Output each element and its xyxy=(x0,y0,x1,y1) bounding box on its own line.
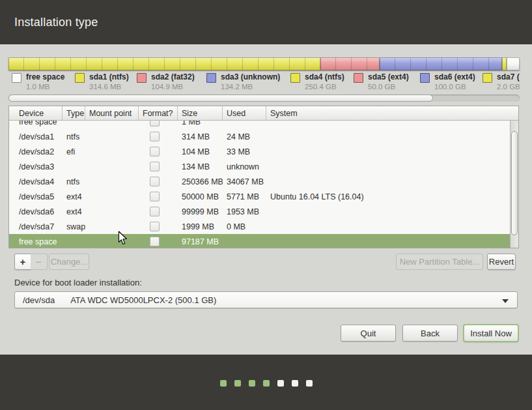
cell-format xyxy=(139,222,178,231)
legend-label: sda4 (ntfs) xyxy=(305,72,344,82)
column-header-mountpoint[interactable]: Mount point xyxy=(85,106,139,120)
cell-size: 50000 MB xyxy=(178,192,223,201)
cell-size: 99999 MB xyxy=(178,207,223,216)
cell-size: 97187 MB xyxy=(178,237,223,246)
cell-used: 5771 MB xyxy=(223,192,266,201)
cell-size: 314 MB xyxy=(178,132,223,141)
format-checkbox[interactable] xyxy=(150,132,160,141)
add-partition-button[interactable]: + xyxy=(14,254,31,270)
column-header-type[interactable]: Type xyxy=(63,106,85,120)
table-row[interactable]: /dev/sda3134 MBunknown xyxy=(9,159,510,174)
bootloader-device-select[interactable]: /dev/sda ATA WDC WD5000LPCX-2 (500.1 GB) xyxy=(14,291,518,308)
install-now-button[interactable]: Install Now xyxy=(463,324,519,342)
page-title: Installation type xyxy=(14,16,98,29)
format-checkbox[interactable] xyxy=(150,177,160,186)
cell-used: 0 MB xyxy=(223,222,266,231)
cell-format xyxy=(139,177,178,186)
cell-device: /dev/sda3 xyxy=(9,162,63,171)
vertical-scrollbar-thumb[interactable] xyxy=(511,131,518,235)
column-header-size[interactable]: Size xyxy=(178,106,223,120)
quit-button[interactable]: Quit xyxy=(341,325,396,342)
legend-size: 100.0 GB xyxy=(434,82,475,91)
progress-step-done xyxy=(249,380,255,387)
new-partition-table-button[interactable]: New Partition Table... xyxy=(396,254,483,270)
cell-type: ext4 xyxy=(63,192,85,201)
column-header-system[interactable]: System xyxy=(266,106,518,120)
partition-bar-segment-free-space xyxy=(507,57,520,70)
cell-device: /dev/sda5 xyxy=(9,192,63,201)
legend-label: sda5 (ext4) xyxy=(368,72,409,82)
column-header-used[interactable]: Used xyxy=(223,106,266,120)
cell-used: 24 MB xyxy=(223,132,266,141)
legend-swatch-icon xyxy=(420,73,430,83)
cell-type: efi xyxy=(63,147,85,156)
format-checkbox[interactable] xyxy=(150,222,160,231)
cell-size: 1 MB xyxy=(178,121,223,126)
legend-swatch-icon xyxy=(137,73,147,83)
table-row[interactable]: /dev/sda5ext450000 MB5771 MBUbuntu 16.04… xyxy=(9,189,510,204)
column-header-device[interactable]: Device xyxy=(9,106,63,120)
cell-size: 1999 MB xyxy=(178,222,223,231)
format-checkbox[interactable] xyxy=(150,162,160,171)
format-checkbox[interactable] xyxy=(150,237,160,246)
legend-item: sda5 (ext4)50.0 GB xyxy=(354,72,409,91)
cell-format xyxy=(139,237,178,246)
progress-step-done xyxy=(263,380,270,387)
cell-device: /dev/sda2 xyxy=(9,147,63,156)
partition-bar-segment-sda1-sda4-ntfs xyxy=(8,57,320,70)
format-checkbox[interactable] xyxy=(150,121,160,126)
cell-format xyxy=(139,147,178,156)
table-row[interactable]: /dev/sda2efi104 MB33 MB xyxy=(9,144,510,159)
remove-partition-button[interactable]: − xyxy=(31,254,48,270)
legend-item: sda4 (ntfs)250.4 GB xyxy=(290,72,344,91)
legend-item: free space1.0 MB xyxy=(12,72,64,91)
table-row[interactable]: free space97187 MB xyxy=(9,234,510,248)
cell-type: swap xyxy=(63,222,85,231)
cell-device: free space xyxy=(9,237,63,246)
table-row[interactable]: /dev/sda1ntfs314 MB24 MB xyxy=(9,129,510,144)
legend-item: sda1 (ntfs)314.6 MB xyxy=(75,72,129,91)
table-row[interactable]: /dev/sda6ext499999 MB1953 MB xyxy=(9,204,510,219)
legend-size: 250.4 GB xyxy=(305,82,344,91)
horizontal-scrollbar-thumb[interactable] xyxy=(8,95,433,102)
legend-label: sda2 (fat32) xyxy=(151,72,195,82)
legend-size: 50.0 GB xyxy=(368,82,409,91)
legend-swatch-icon xyxy=(75,73,85,83)
cell-type: ntfs xyxy=(63,177,85,186)
legend-item: sda6 (ext4)100.0 GB xyxy=(420,72,475,91)
back-button[interactable]: Back xyxy=(402,325,458,342)
format-checkbox[interactable] xyxy=(150,147,160,156)
horizontal-scrollbar[interactable] xyxy=(8,95,520,102)
cell-size: 250366 MB xyxy=(178,177,223,186)
format-checkbox[interactable] xyxy=(150,207,160,216)
chevron-down-icon xyxy=(502,299,509,303)
legend-item: sda7 (l2.0 GB xyxy=(483,72,520,91)
cell-used: 1953 MB xyxy=(223,207,266,216)
legend-swatch-icon xyxy=(12,73,21,83)
cell-used: 34067 MB xyxy=(223,177,266,186)
revert-button[interactable]: Revert xyxy=(487,254,516,270)
cell-format xyxy=(139,132,178,141)
legend-size: 1.0 MB xyxy=(26,82,64,91)
legend-item: sda3 (unknown)134.2 MB xyxy=(206,72,280,91)
partition-bar-segment-sda6-ext4 xyxy=(380,57,502,70)
column-header-format[interactable]: Format? xyxy=(139,106,178,120)
table-row[interactable]: /dev/sda7swap1999 MB0 MB xyxy=(9,219,510,234)
table-row[interactable]: /dev/sda4ntfs250366 MB34067 MB xyxy=(9,174,510,189)
format-checkbox[interactable] xyxy=(150,192,160,201)
change-partition-button[interactable]: Change... xyxy=(49,254,89,270)
legend-label: sda7 (l xyxy=(497,72,520,82)
progress-step-todo xyxy=(292,380,298,387)
legend-label: sda6 (ext4) xyxy=(434,72,475,82)
legend-size: 134.2 MB xyxy=(221,82,280,91)
legend-size: 314.6 MB xyxy=(89,82,129,91)
table-row[interactable]: free space1 MB xyxy=(9,121,510,129)
partition-table: DeviceTypeMount pointFormat?SizeUsedSyst… xyxy=(8,106,519,248)
partition-legend: free space1.0 MBsda1 (ntfs)314.6 MBsda2 … xyxy=(8,72,520,94)
progress-step-done xyxy=(234,380,241,387)
legend-swatch-icon xyxy=(483,73,492,83)
cell-size: 104 MB xyxy=(178,147,223,156)
cell-format xyxy=(139,207,178,216)
vertical-scrollbar[interactable] xyxy=(510,121,518,248)
cell-device: free space xyxy=(9,121,63,126)
